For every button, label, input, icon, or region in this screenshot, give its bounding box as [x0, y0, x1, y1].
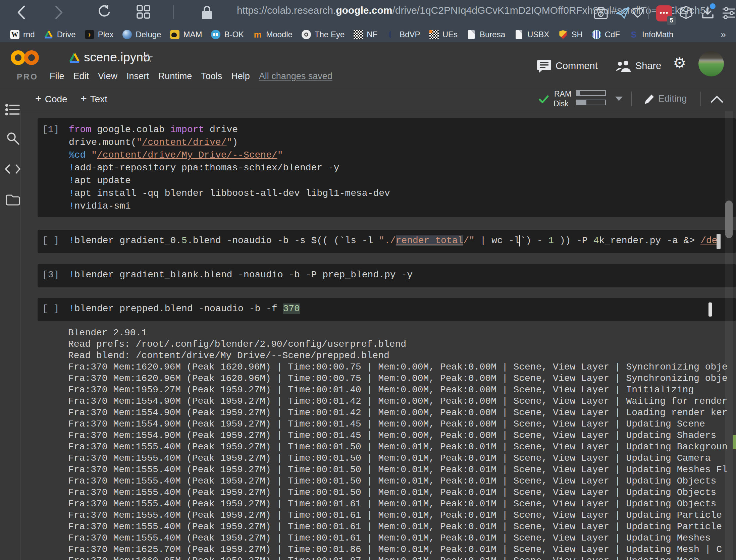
bookmark-cdf[interactable]: CdF — [592, 30, 620, 39]
bookmark-nf[interactable]: NF — [354, 30, 377, 39]
wikipedia-favicon-icon: W — [10, 30, 19, 39]
toolbar-separator — [631, 92, 632, 106]
scrollbar-track[interactable] — [725, 111, 733, 560]
scrollbar-thumb[interactable] — [725, 201, 733, 238]
execution-count[interactable]: [ ] — [42, 234, 69, 247]
bookmark-mam[interactable]: MAM — [170, 30, 202, 39]
bookmark-b-ok[interactable]: B-OK — [211, 30, 244, 39]
reload-icon[interactable] — [96, 4, 111, 19]
pencil-icon — [643, 93, 655, 105]
code-editor[interactable]: from google.colab import drivedrive.moun… — [69, 123, 736, 213]
menu-edit[interactable]: Edit — [73, 71, 89, 81]
table-of-contents-icon[interactable] — [5, 103, 20, 116]
execution-count[interactable]: [ ] — [42, 302, 69, 315]
menu-tools[interactable]: Tools — [201, 71, 222, 81]
bookmark-moodle[interactable]: mMoodle — [253, 30, 293, 39]
ram-label: RAM — [554, 90, 571, 99]
code-cell-1[interactable]: [1] from google.colab import drivedrive.… — [38, 118, 736, 217]
output-line: Fra:370 Mem:1555.40M (Peak 1959.27M) | T… — [68, 464, 736, 475]
code-line: from google.colab import drive — [69, 123, 736, 136]
menu-help[interactable]: Help — [231, 71, 250, 81]
url-scheme: https://colab.research. — [237, 5, 336, 16]
user-avatar[interactable] — [698, 51, 724, 76]
editing-mode-button[interactable]: Editing — [658, 93, 687, 104]
execution-count[interactable]: [1] — [42, 123, 69, 136]
toolbar-separator-2 — [700, 92, 701, 106]
send-icon[interactable] — [616, 6, 630, 19]
menu-insert[interactable]: Insert — [126, 71, 149, 81]
disk-usage-bar[interactable] — [576, 100, 606, 105]
bookmark-drive[interactable]: Drive — [44, 30, 76, 39]
code-line: drive.mount("/content/drive/") — [69, 136, 736, 149]
menu-file[interactable]: File — [50, 71, 64, 81]
bookmark-sh[interactable]: SH — [558, 30, 582, 39]
mam-favicon-icon — [170, 30, 179, 39]
output-line: Fra:370 Mem:1555.40M (Peak 1959.27M) | T… — [68, 475, 736, 487]
code-editor[interactable]: !blender prepped.blend -noaudio -b -f 37… — [69, 302, 736, 315]
files-folder-icon[interactable] — [5, 194, 20, 206]
bok-favicon-icon — [211, 30, 220, 39]
bookmark-plex[interactable]: ›Plex — [85, 30, 114, 39]
bookmark-the-eye[interactable]: The Eye — [302, 30, 345, 39]
cell-scrollbar[interactable] — [717, 234, 721, 249]
code-cell-3[interactable]: [3] !blender gradient_blank.blend -noaud… — [38, 264, 736, 287]
screenshot-camera-icon[interactable] — [594, 7, 608, 19]
execution-count[interactable]: [3] — [42, 269, 69, 281]
bookmarks-bar: WrndDrive›PlexDelugeMAMB-OKmMoodleThe Ey… — [0, 27, 736, 42]
code-cell-4[interactable]: [ ] !blender prepped.blend -noaudio -b -… — [38, 298, 736, 321]
bookmark-bdvp[interactable]: BdVP — [386, 30, 420, 39]
code-editor[interactable]: !blender gradient_blank.blend -noaudio -… — [69, 269, 736, 281]
tab-overview-icon[interactable] — [136, 5, 151, 19]
save-status[interactable]: All changes saved — [259, 71, 332, 81]
output-line: Fra:370 Mem:1555.40M (Peak 1959.27M) | T… — [68, 453, 736, 464]
settings-gear-icon[interactable]: ⚙ — [673, 54, 686, 71]
output-line: Fra:370 Mem:1625.70M (Peak 1959.27M) | T… — [68, 544, 736, 555]
cell-scrollbar[interactable] — [708, 302, 712, 317]
heart-icon[interactable] — [631, 6, 645, 19]
notebook-toolbar: +Code +Text RAM Disk Editing — [0, 87, 736, 110]
bookmark-label: Deluge — [136, 30, 161, 39]
code-editor[interactable]: !blender gradient_0.5.blend -noaudio -b … — [69, 234, 736, 247]
code-line: !blender gradient_blank.blend -noaudio -… — [69, 269, 736, 281]
resources-dropdown-caret[interactable] — [615, 97, 623, 101]
output-line: Fra:370 Mem:1620.96M (Peak 1620.96M) | T… — [68, 361, 736, 373]
bookmark-deluge[interactable]: Deluge — [122, 30, 161, 39]
comment-button[interactable]: Comment — [556, 60, 598, 71]
add-code-button[interactable]: +Code — [35, 93, 67, 105]
url-domain: google.com — [336, 5, 392, 16]
bookmark-label: UEs — [442, 30, 458, 39]
bookmark-rnd[interactable]: Wrnd — [10, 30, 35, 39]
bookmark-usbx[interactable]: USBX — [514, 30, 549, 39]
code-snippets-icon[interactable] — [5, 164, 21, 174]
search-icon[interactable] — [6, 131, 20, 146]
ram-usage-bar[interactable] — [576, 90, 606, 96]
disk-label: Disk — [554, 99, 569, 108]
back-icon[interactable] — [16, 5, 26, 20]
bookmark-buresa[interactable]: Buresa — [467, 30, 505, 39]
collapse-toolbar-icon[interactable] — [711, 95, 723, 103]
bookmark-label: Plex — [98, 30, 114, 39]
menu-view[interactable]: View — [98, 71, 117, 81]
code-line: !apt update — [69, 174, 736, 187]
bookmark-infomath[interactable]: SInfoMath — [629, 30, 673, 39]
menu-runtime[interactable]: Runtime — [158, 71, 192, 81]
output-line: Read prefs: /root/.config/blender/2.90/c… — [68, 339, 736, 350]
comment-icon[interactable] — [537, 59, 551, 73]
forward-icon[interactable] — [54, 5, 64, 20]
settings-sliders-icon[interactable] — [722, 7, 736, 19]
star-icon[interactable]: ☆ — [142, 50, 154, 65]
scrollbar-highlight-marker — [733, 435, 736, 449]
extensions-cube-icon[interactable] — [679, 5, 694, 20]
colab-logo-right-ring — [24, 50, 39, 65]
bookmark-ues[interactable]: UEs — [429, 30, 458, 39]
notebook-title[interactable]: scene.ipynb — [84, 50, 150, 64]
output-line: Fra:370 Mem:1660.85M (Peak 1959.27M) | T… — [68, 555, 736, 560]
share-icon[interactable] — [616, 60, 632, 72]
share-button[interactable]: Share — [635, 60, 661, 71]
bookmark-label: NF — [367, 30, 377, 39]
code-cell-2[interactable]: [ ] !blender gradient_0.5.blend -noaudio… — [38, 230, 736, 253]
bookmarks-overflow-icon[interactable]: » — [721, 29, 726, 40]
add-text-button[interactable]: +Text — [81, 93, 107, 105]
ues-favicon-icon — [429, 30, 439, 39]
extension-badge: 5 — [667, 16, 676, 25]
